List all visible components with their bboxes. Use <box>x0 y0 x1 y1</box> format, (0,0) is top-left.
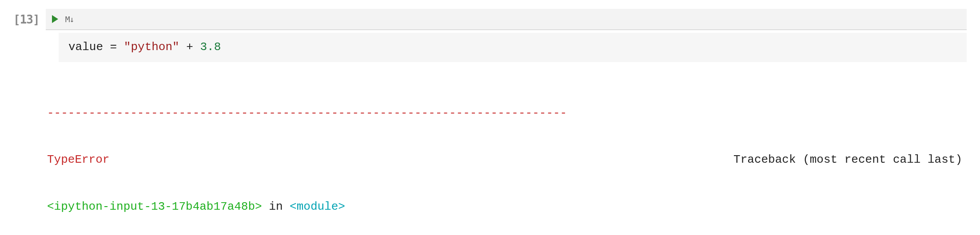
error-type: TypeError <box>47 152 109 168</box>
notebook-cell: [13] M↓ value = "python" + 3.8 ---------… <box>13 9 967 235</box>
code-token-op: = <box>103 40 124 54</box>
cell-prompt-row: [13] M↓ <box>13 9 967 30</box>
code-token-string: "python" <box>124 40 179 54</box>
code-token-num-int: 3 <box>200 40 207 54</box>
markdown-icon[interactable]: M↓ <box>65 15 74 24</box>
error-header-row: TypeErrorTraceback (most recent call las… <box>47 152 967 168</box>
cell-toolbar: M↓ <box>46 9 967 30</box>
run-icon[interactable] <box>52 15 58 23</box>
module-ref: <module> <box>290 200 345 213</box>
error-separator: ----------------------------------------… <box>47 106 967 121</box>
code-token-plus: + <box>179 40 200 54</box>
error-output: ----------------------------------------… <box>47 74 967 235</box>
in-text: in <box>262 200 290 213</box>
prompt-number: [13] <box>13 13 40 26</box>
code-token-dot: . <box>207 40 214 54</box>
code-token-num-dec: 8 <box>214 40 221 54</box>
traceback-label: Traceback (most recent call last) <box>733 152 967 168</box>
traceback-source-row: <ipython-input-13-17b4ab17a48b> in <modu… <box>47 199 967 215</box>
code-token-var: value <box>68 40 103 54</box>
code-input[interactable]: value = "python" + 3.8 <box>59 33 967 62</box>
ipython-input-ref: <ipython-input-13-17b4ab17a48b> <box>47 200 262 213</box>
